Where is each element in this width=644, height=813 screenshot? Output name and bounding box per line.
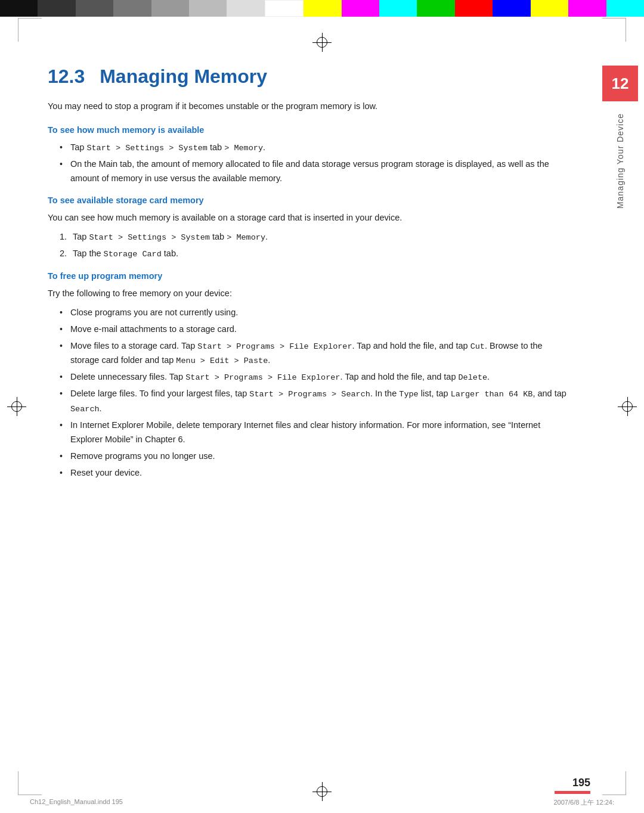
page-number-area: 195	[555, 777, 590, 794]
section3-heading: To free up program memory	[48, 271, 572, 281]
content-area: 12.3 Managing Memory You may need to sto…	[48, 66, 572, 777]
section3-bullets: Close programs you are not currently usi…	[48, 306, 572, 480]
chapter-badge: 12	[602, 66, 638, 101]
chapter-number: 12.3	[48, 66, 85, 87]
section2-steps: 1. Tap Start > Settings > System tab > M…	[48, 230, 572, 262]
top-center-reg-mark	[312, 33, 332, 52]
page-number: 195	[555, 777, 590, 789]
section2-heading: To see available storage card memory	[48, 196, 572, 205]
chapter-title: Managing Memory	[100, 66, 267, 87]
corner-mark-tl	[18, 18, 42, 42]
section2-intro: You can see how much memory is available…	[48, 211, 572, 225]
footer-left: Ch12_English_Manual.indd 195	[30, 798, 123, 807]
corner-mark-tr	[602, 18, 626, 42]
section2-step1: 1. Tap Start > Settings > System tab > M…	[60, 230, 572, 244]
section2-step2: 2. Tap the Storage Card tab.	[60, 247, 572, 261]
section3-bullet2: Move e-mail attachments to a storage car…	[60, 322, 572, 337]
color-bar	[0, 0, 644, 17]
section3-bullet3: Move files to a storage card. Tap Start …	[60, 339, 572, 368]
section1-heading: To see how much memory is available	[48, 125, 572, 135]
section3-intro: Try the following to free memory on your…	[48, 287, 572, 301]
sidebar-right: 12 Managing Your Device	[596, 66, 644, 777]
footer-right: 2007/6/8 上午 12:24:	[553, 798, 614, 807]
intro-paragraph: You may need to stop a program if it bec…	[48, 100, 572, 113]
section3-bullet5: Delete large files. To find your largest…	[60, 387, 572, 416]
section3-bullet8: Reset your device.	[60, 466, 572, 480]
section1-bullet1: Tap Start > Settings > System tab > Memo…	[60, 141, 572, 155]
section3-bullet6: In Internet Explorer Mobile, delete temp…	[60, 418, 572, 447]
page-number-bar	[555, 791, 590, 794]
section3-bullet4: Delete unnecessary files. Tap Start > Pr…	[60, 370, 572, 384]
corner-mark-bl	[18, 771, 42, 795]
chapter-heading: 12.3 Managing Memory	[48, 66, 572, 88]
section1-bullets: Tap Start > Settings > System tab > Memo…	[48, 141, 572, 186]
chapter-label-vertical: Managing Your Device	[615, 113, 625, 209]
section3-bullet7: Remove programs you no longer use.	[60, 449, 572, 464]
footer: Ch12_English_Manual.indd 195 2007/6/8 上午…	[30, 798, 614, 807]
section3-bullet1: Close programs you are not currently usi…	[60, 306, 572, 320]
left-center-reg-mark	[7, 397, 26, 416]
section1-bullet2: On the Main tab, the amount of memory al…	[60, 157, 572, 186]
